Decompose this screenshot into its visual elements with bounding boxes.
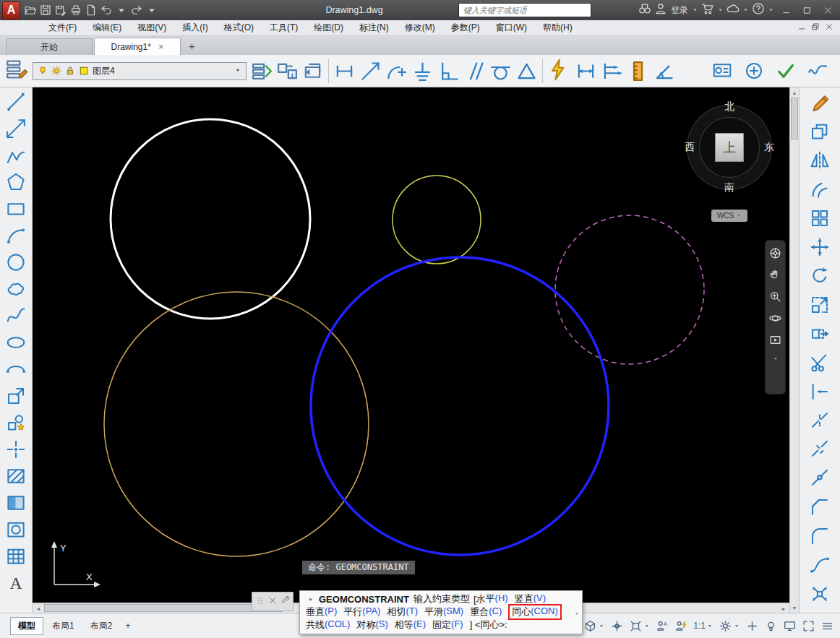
compass-north-label[interactable]: 北 — [682, 100, 776, 113]
clean-screen-toggle[interactable] — [800, 618, 817, 634]
plot-icon[interactable] — [69, 4, 82, 17]
zoom-icon[interactable] — [768, 290, 782, 303]
ellipse-arc-icon[interactable] — [5, 358, 27, 380]
command-grip-icon[interactable] — [255, 595, 265, 605]
graphics-performance-toggle[interactable] — [781, 618, 798, 634]
doc-minimize-icon[interactable] — [797, 22, 807, 32]
navigation-wheel-icon[interactable] — [768, 246, 782, 260]
scroll-up-icon[interactable]: ▲ — [790, 88, 799, 97]
auto-constrain-icon[interactable] — [547, 58, 570, 82]
layer-combo-icon[interactable] — [233, 66, 242, 74]
swatch-icon[interactable] — [78, 65, 90, 77]
layout-tab-layout2[interactable]: 布局2 — [83, 618, 120, 634]
doc-restore-button[interactable] — [810, 22, 820, 34]
object-snap-toggle[interactable] — [627, 618, 652, 634]
command-collapse-caret[interactable] — [573, 608, 580, 616]
layer-combo[interactable]: 图层4 — [33, 62, 247, 80]
trim-icon[interactable] — [809, 352, 831, 374]
move-icon[interactable] — [809, 236, 831, 258]
circle-icon[interactable] — [5, 251, 27, 273]
object-snap-tracking-toggle[interactable] — [609, 618, 625, 634]
doc-restore-icon[interactable] — [810, 22, 820, 32]
command-option-sm[interactable]: 平滑(SM) — [424, 605, 463, 618]
green-check-icon[interactable] — [775, 60, 797, 82]
caret-icon[interactable] — [145, 4, 158, 17]
isolate-objects-toggle[interactable] — [763, 618, 779, 634]
show-constraints-icon[interactable] — [711, 60, 733, 82]
horizontal-scroll-thumb[interactable] — [44, 604, 283, 612]
scroll-right-icon[interactable]: ► — [779, 604, 788, 613]
command-window[interactable]: GEOMCONSTRAINT 输入约束类型 [ 水平(H)竖直(V) 垂直(P)… — [299, 590, 583, 634]
search-icon[interactable] — [638, 1, 652, 16]
redo-icon[interactable] — [130, 4, 143, 17]
polygon-icon[interactable] — [5, 171, 27, 193]
layout-tab-model[interactable]: 模型 — [10, 617, 43, 635]
save-icon[interactable] — [39, 4, 52, 17]
copy-icon[interactable] — [809, 121, 831, 142]
layout-tab-layout1[interactable]: 布局1 — [45, 618, 82, 634]
scroll-down-icon[interactable]: ▼ — [790, 603, 799, 612]
extend-icon[interactable] — [809, 381, 831, 402]
bulb-icon[interactable] — [37, 65, 48, 77]
explode-icon[interactable] — [809, 583, 831, 605]
command-close-icon[interactable] — [267, 595, 278, 605]
minimize-icon[interactable] — [781, 5, 792, 16]
scale-icon[interactable] — [809, 294, 831, 316]
tangent-arc-icon[interactable] — [385, 59, 408, 83]
show-motion-icon[interactable] — [768, 333, 782, 347]
smooth-icon[interactable] — [515, 59, 539, 83]
command-customize-button[interactable] — [280, 595, 290, 608]
chamfer-icon[interactable] — [809, 496, 831, 518]
menu-item-9[interactable]: 参数(P) — [443, 20, 488, 36]
dim-ruler-icon[interactable] — [626, 59, 650, 83]
magenta-dashed-circle[interactable] — [555, 215, 704, 364]
coincident-icon[interactable] — [333, 59, 356, 83]
layer-properties-icon[interactable] — [4, 57, 29, 82]
circle-plus-icon[interactable] — [743, 60, 765, 82]
match-layer-icon[interactable] — [275, 59, 299, 83]
command-customize-icon[interactable] — [280, 595, 290, 605]
construction-line-icon[interactable] — [5, 118, 27, 139]
erase-icon[interactable] — [809, 92, 831, 113]
doc-close-icon[interactable] — [824, 22, 834, 32]
recent-commands-icon[interactable] — [306, 595, 315, 604]
blue-circle[interactable] — [311, 257, 609, 555]
login-button[interactable]: 登录 — [671, 4, 688, 17]
menu-item-4[interactable]: 格式(O) — [216, 20, 262, 36]
rectangle-icon[interactable] — [5, 198, 27, 220]
annotation-monitor-toggle[interactable] — [744, 618, 760, 634]
join-icon[interactable] — [809, 467, 831, 489]
drawing-canvas[interactable]: YX 上 北 南 西 东 WCS 命令: GEOMCONSTRAINT — [33, 87, 789, 603]
line-icon[interactable] — [5, 91, 27, 113]
pan-icon[interactable] — [768, 268, 782, 282]
store-icon[interactable] — [700, 1, 715, 16]
customize-toggle[interactable] — [819, 618, 836, 634]
command-option-t[interactable]: 相切(T) — [387, 605, 418, 618]
menu-item-8[interactable]: 修改(M) — [397, 20, 443, 36]
ellipse-icon[interactable] — [5, 332, 27, 353]
spline-icon[interactable] — [5, 305, 27, 327]
navbar-more-icon[interactable] — [772, 355, 779, 362]
fillet-icon[interactable] — [809, 525, 831, 547]
tangent-icon[interactable] — [489, 59, 513, 83]
isometric-drafting-toggle[interactable] — [582, 618, 607, 634]
titlebar-caret1-icon[interactable] — [691, 6, 699, 14]
blend-icon[interactable] — [809, 554, 831, 576]
mirror-icon[interactable] — [809, 150, 831, 171]
command-option-s[interactable]: 对称(S) — [356, 618, 387, 631]
command-option-con[interactable]: 同心(CON) — [508, 604, 562, 620]
array-icon[interactable] — [809, 207, 831, 229]
command-option-col[interactable]: 共线(COL) — [306, 618, 350, 631]
insert-block-icon[interactable] — [5, 385, 27, 407]
break-icon[interactable] — [809, 439, 831, 460]
white-circle[interactable] — [111, 119, 310, 319]
table-icon[interactable] — [5, 546, 27, 567]
stretch-icon[interactable] — [809, 323, 831, 345]
compass-south-label[interactable]: 南 — [682, 181, 776, 194]
rotate-icon[interactable] — [809, 265, 831, 287]
dim-angular-icon[interactable] — [652, 59, 676, 83]
command-option-c[interactable]: 重合(C) — [470, 605, 502, 618]
hatch-icon[interactable] — [5, 465, 27, 487]
set-current-layer-icon[interactable] — [250, 59, 274, 83]
annotation-scale-button[interactable]: 1:1 — [692, 619, 715, 632]
